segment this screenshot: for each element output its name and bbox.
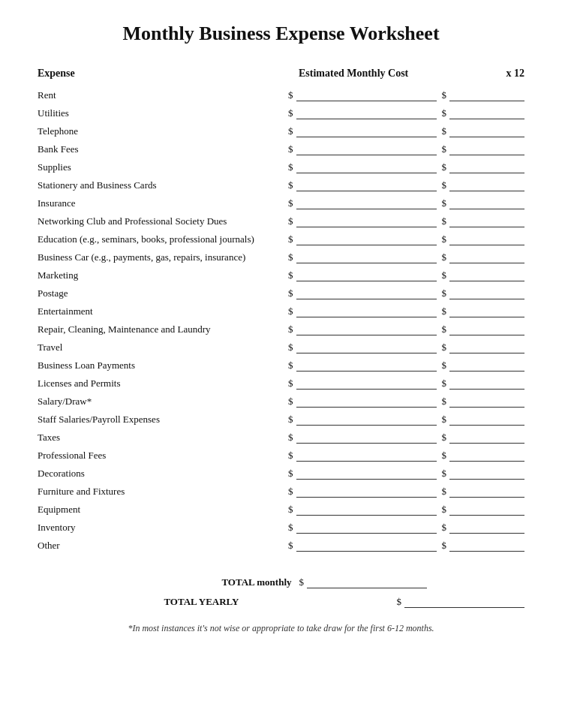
input-monthly-24[interactable] (296, 522, 437, 534)
dollar-field-monthly-16: $ (288, 378, 437, 390)
dollar-field-x12-12: $ (437, 305, 524, 317)
expense-label-16: Licenses and Permits (38, 378, 288, 390)
dollar-field-monthly-7: $ (288, 215, 437, 227)
expense-label-7: Networking Club and Professional Society… (38, 215, 288, 227)
input-x12-21[interactable] (449, 468, 524, 480)
input-monthly-10[interactable] (296, 269, 437, 281)
total-yearly-field: $ (397, 596, 525, 608)
expense-label-12: Entertainment (38, 305, 288, 317)
input-x12-24[interactable] (449, 522, 524, 534)
input-monthly-9[interactable] (296, 251, 437, 263)
input-monthly-4[interactable] (296, 161, 437, 173)
input-x12-16[interactable] (449, 378, 524, 390)
expense-row: Staff Salaries/Payroll Expenses $ $ (38, 411, 524, 428)
input-x12-6[interactable] (449, 197, 524, 209)
dollar-sign-monthly-18: $ (288, 414, 293, 426)
expense-label-3: Bank Fees (38, 143, 288, 155)
input-x12-17[interactable] (449, 396, 524, 408)
total-yearly-row: TOTAL YEARLY $ (38, 596, 524, 608)
total-yearly-underline[interactable] (404, 596, 524, 608)
expense-label-0: Rent (38, 89, 288, 101)
input-monthly-21[interactable] (296, 468, 437, 480)
expense-row: Postage $ $ (38, 285, 524, 302)
dollar-sign-x12-18: $ (442, 414, 447, 426)
expense-row: Business Loan Payments $ $ (38, 357, 524, 374)
expense-row: Networking Club and Professional Society… (38, 213, 524, 230)
input-monthly-18[interactable] (296, 414, 437, 426)
dollar-sign-x12-15: $ (442, 359, 447, 372)
input-x12-10[interactable] (449, 269, 524, 281)
input-x12-15[interactable] (449, 359, 524, 372)
input-monthly-3[interactable] (296, 143, 437, 155)
input-x12-25[interactable] (449, 540, 524, 552)
dollar-field-monthly-0: $ (288, 89, 437, 101)
total-monthly-underline[interactable] (307, 576, 427, 588)
dollar-field-x12-14: $ (437, 341, 524, 353)
dollar-field-monthly-5: $ (288, 179, 437, 191)
input-x12-20[interactable] (449, 450, 524, 462)
input-x12-5[interactable] (449, 179, 524, 191)
input-x12-8[interactable] (449, 233, 524, 245)
dollar-sign-x12-5: $ (442, 179, 447, 191)
input-x12-2[interactable] (449, 125, 524, 137)
input-monthly-19[interactable] (296, 432, 437, 444)
input-monthly-0[interactable] (296, 89, 437, 101)
dollar-sign-monthly-10: $ (288, 269, 293, 281)
dollar-field-x12-24: $ (437, 522, 524, 534)
expense-label-1: Utilities (38, 107, 288, 119)
input-monthly-22[interactable] (296, 486, 437, 498)
dollar-field-monthly-23: $ (288, 504, 437, 516)
input-x12-19[interactable] (449, 432, 524, 444)
dollar-field-x12-13: $ (437, 323, 524, 335)
input-monthly-1[interactable] (296, 107, 437, 119)
input-monthly-23[interactable] (296, 504, 437, 516)
input-monthly-16[interactable] (296, 378, 437, 390)
input-x12-11[interactable] (449, 287, 524, 299)
expense-label-25: Other (38, 540, 288, 552)
expense-row: Other $ $ (38, 537, 524, 554)
dollar-sign-monthly-15: $ (288, 359, 293, 372)
input-x12-4[interactable] (449, 161, 524, 173)
dollar-sign-monthly-6: $ (288, 197, 293, 209)
input-x12-1[interactable] (449, 107, 524, 119)
expense-row: Decorations $ $ (38, 465, 524, 482)
expense-row: Rent $ $ (38, 87, 524, 104)
input-monthly-25[interactable] (296, 540, 437, 552)
input-monthly-5[interactable] (296, 179, 437, 191)
expense-label-6: Insurance (38, 197, 288, 209)
input-monthly-2[interactable] (296, 125, 437, 137)
input-monthly-15[interactable] (296, 359, 437, 372)
input-x12-23[interactable] (449, 504, 524, 516)
input-x12-0[interactable] (449, 89, 524, 101)
page-title: Monthly Business Expense Worksheet (38, 23, 524, 45)
expense-label-9: Business Car (e.g., payments, gas, repai… (38, 251, 288, 263)
input-monthly-13[interactable] (296, 323, 437, 335)
input-monthly-20[interactable] (296, 450, 437, 462)
input-monthly-6[interactable] (296, 197, 437, 209)
input-x12-7[interactable] (449, 215, 524, 227)
expense-label-13: Repair, Cleaning, Maintenance and Laundr… (38, 323, 288, 335)
input-monthly-7[interactable] (296, 215, 437, 227)
dollar-sign-monthly-21: $ (288, 468, 293, 480)
dollar-field-x12-9: $ (437, 251, 524, 263)
input-x12-22[interactable] (449, 486, 524, 498)
dollar-field-monthly-21: $ (288, 468, 437, 480)
input-x12-18[interactable] (449, 414, 524, 426)
input-x12-12[interactable] (449, 305, 524, 317)
input-monthly-8[interactable] (296, 233, 437, 245)
input-monthly-14[interactable] (296, 341, 437, 353)
input-x12-13[interactable] (449, 323, 524, 335)
input-monthly-11[interactable] (296, 287, 437, 299)
input-x12-14[interactable] (449, 341, 524, 353)
input-x12-9[interactable] (449, 251, 524, 263)
input-x12-3[interactable] (449, 143, 524, 155)
dollar-field-x12-7: $ (437, 215, 524, 227)
input-monthly-12[interactable] (296, 305, 437, 317)
dollar-field-monthly-13: $ (288, 323, 437, 335)
input-monthly-17[interactable] (296, 396, 437, 408)
expense-row: Entertainment $ $ (38, 303, 524, 320)
total-monthly-field: $ (299, 576, 428, 588)
dollar-sign-x12-24: $ (442, 522, 447, 534)
dollar-field-monthly-25: $ (288, 540, 437, 552)
expense-label-4: Supplies (38, 161, 288, 173)
